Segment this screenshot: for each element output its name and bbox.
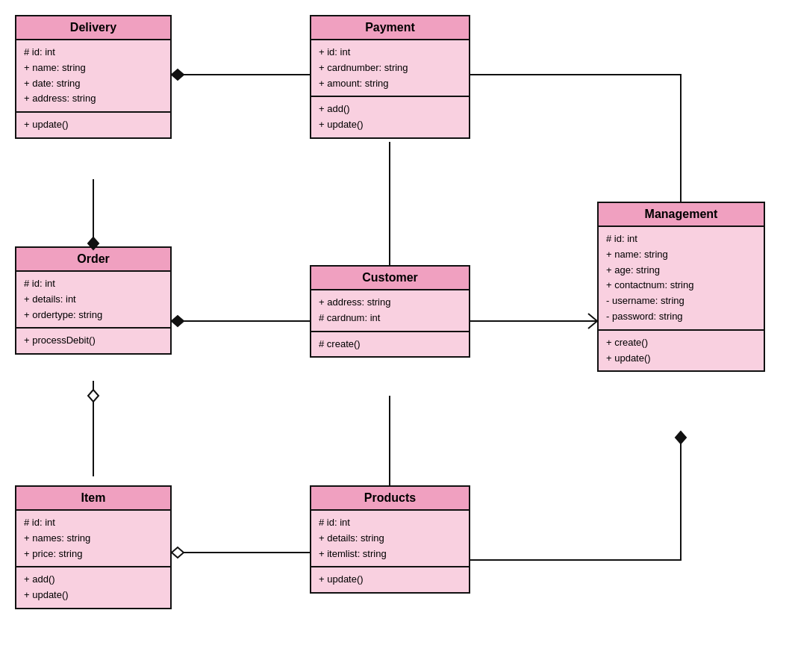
item-class: Item # id: int+ names: string+ price: st… bbox=[15, 485, 172, 609]
management-class: Management # id: int+ name: string+ age:… bbox=[597, 202, 765, 372]
customer-class: Customer + address: string# cardnum: int… bbox=[310, 265, 470, 358]
delivery-header: Delivery bbox=[16, 16, 170, 40]
payment-class: Payment + id: int+ cardnumber: string+ a… bbox=[310, 15, 470, 139]
products-class: Products # id: int+ details: string+ ite… bbox=[310, 485, 470, 594]
item-products-diamond bbox=[172, 547, 184, 558]
order-customer-diamond bbox=[172, 316, 184, 326]
order-methods: + processDebit() bbox=[16, 329, 170, 353]
products-header: Products bbox=[311, 487, 469, 511]
management-methods: + create()+ update() bbox=[599, 331, 764, 371]
customer-attributes: + address: string# cardnum: int bbox=[311, 290, 469, 332]
delivery-attributes: # id: int+ name: string+ date: string+ a… bbox=[16, 40, 170, 113]
item-methods: + add()+ update() bbox=[16, 567, 170, 608]
order-item-diamond bbox=[88, 390, 99, 402]
order-attributes: # id: int+ details: int+ ordertype: stri… bbox=[16, 272, 170, 329]
diagram-container: Delivery # id: int+ name: string+ date: … bbox=[0, 0, 789, 672]
management-header: Management bbox=[599, 203, 764, 227]
payment-methods: + add()+ update() bbox=[311, 97, 469, 137]
payment-attributes: + id: int+ cardnumber: string+ amount: s… bbox=[311, 40, 469, 97]
customer-methods: # create() bbox=[311, 332, 469, 357]
order-header: Order bbox=[16, 248, 170, 272]
order-class: Order # id: int+ details: int+ ordertype… bbox=[15, 246, 172, 355]
delivery-class: Delivery # id: int+ name: string+ date: … bbox=[15, 15, 172, 139]
payment-header: Payment bbox=[311, 16, 469, 40]
products-attributes: # id: int+ details: string+ itemlist: st… bbox=[311, 511, 469, 567]
delivery-payment-diamond bbox=[172, 69, 184, 80]
delivery-methods: + update() bbox=[16, 113, 170, 137]
item-header: Item bbox=[16, 487, 170, 511]
management-attributes: # id: int+ name: string+ age: string+ co… bbox=[599, 227, 764, 331]
management-products-diamond bbox=[676, 432, 686, 444]
customer-header: Customer bbox=[311, 267, 469, 290]
item-attributes: # id: int+ names: string+ price: string bbox=[16, 511, 170, 567]
products-methods: + update() bbox=[311, 567, 469, 592]
